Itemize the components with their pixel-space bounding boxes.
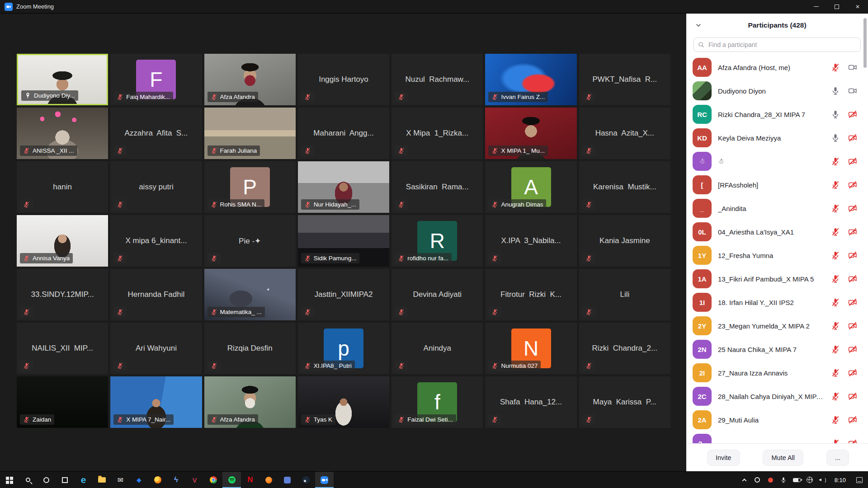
participant-tile[interactable]: aissy putri	[110, 161, 202, 213]
tray-expand-icon[interactable]	[738, 472, 751, 488]
participant-row[interactable]: 2Y 23_Megan Yumelda_X MIPA 2	[686, 314, 868, 338]
participant-tile[interactable]: A Anugrah Dimas	[485, 161, 576, 213]
participant-tile[interactable]: Pie -✦	[204, 215, 296, 267]
participant-tile[interactable]: Sidik Pamung...	[298, 215, 389, 267]
participant-row[interactable]: _ _Anindita	[686, 197, 868, 220]
tray-mic-icon[interactable]	[777, 472, 790, 488]
participant-tile[interactable]: X MIPA 1_ Mu...	[485, 108, 576, 159]
invite-button[interactable]: Invite	[707, 450, 740, 466]
participant-tile[interactable]: Nur Hidayah_...	[298, 161, 389, 213]
participant-tile[interactable]: Afza Afandra	[204, 376, 296, 428]
chrome-icon[interactable]	[204, 472, 222, 488]
participant-tile[interactable]: Anindya	[392, 323, 483, 374]
participant-tile[interactable]: Lili	[579, 269, 670, 320]
participant-tile[interactable]: Kania Jasmine	[579, 215, 670, 267]
volume-icon[interactable]	[816, 472, 830, 488]
notification-badge-icon[interactable]	[764, 472, 777, 488]
participant-row[interactable]: 1I 18. Irfan Hilal Y._XII IPS2	[686, 291, 868, 314]
cortana-button[interactable]	[37, 472, 56, 488]
battery-icon[interactable]	[790, 472, 803, 488]
participant-tile[interactable]: X Mipa 1_Rizka...	[392, 108, 483, 159]
steam-icon[interactable]	[297, 472, 315, 488]
participant-tile[interactable]: Shafa Hana_12...	[485, 376, 576, 428]
participant-tile[interactable]: f Faizal Dwi Seti...	[392, 376, 483, 428]
participant-tile[interactable]: NAILIS_XII MIP...	[17, 323, 108, 374]
tray-app-icon[interactable]	[751, 472, 764, 488]
netflix-icon[interactable]: N	[241, 472, 259, 488]
participant-tile[interactable]: p XI.IPA8_ Putri	[298, 323, 389, 374]
dropbox-icon[interactable]: ◆	[130, 472, 148, 488]
edge-icon[interactable]: e	[74, 472, 93, 488]
participant-tile[interactable]: hanin	[17, 161, 108, 213]
participant-row[interactable]: 2_	[686, 432, 868, 443]
collapse-panel-button[interactable]	[693, 20, 703, 30]
find-participant-input[interactable]	[693, 38, 861, 52]
action-center-button[interactable]	[851, 472, 868, 488]
close-button[interactable]: ✕	[847, 0, 868, 13]
participant-tile[interactable]: R rofidho nur fa...	[392, 215, 483, 267]
participant-row[interactable]: RC Rizki Chandra_28_XI MIPA 7	[686, 103, 868, 126]
participant-tile[interactable]: Maya Karissa P...	[579, 376, 670, 428]
participant-row[interactable]: KD Keyla Deiva Meziyya	[686, 126, 868, 150]
participant-tile[interactable]: X MIPA 7_Nair...	[110, 376, 202, 428]
participant-tile[interactable]: Fitrotur Rizki K...	[485, 269, 576, 320]
participant-tile[interactable]: Annisa Vanya	[17, 215, 108, 267]
participant-tile[interactable]: ANISSA _XII ...	[17, 108, 108, 159]
participant-tile[interactable]: Devina Adiyati	[392, 269, 483, 320]
taskbar-clock[interactable]: 8:10	[830, 472, 851, 488]
participant-tile[interactable]: Hasna Azita_X...	[579, 108, 670, 159]
discord-icon[interactable]	[278, 472, 297, 488]
participant-row[interactable]: 1A 13_Fikri Arif Pambudi_X MIPA 5	[686, 267, 868, 291]
participant-tile[interactable]: F Faiq Mahardik...	[110, 54, 202, 105]
minimize-button[interactable]	[806, 0, 826, 13]
spotify-icon[interactable]	[222, 472, 241, 488]
participant-tile[interactable]: Nuzul Rachmaw...	[392, 54, 483, 105]
participant-tile[interactable]: Azzahra Afita S...	[110, 108, 202, 159]
v-app-icon[interactable]: V	[185, 472, 204, 488]
mute-all-button[interactable]: Mute All	[763, 450, 803, 466]
task-view-button[interactable]	[56, 472, 74, 488]
panel-scrollbar[interactable]	[863, 18, 867, 68]
participant-tile[interactable]: 33.SINDY.12MIP...	[17, 269, 108, 320]
participant-row[interactable]: 0L 04_Ariestha La'Isya_XA1	[686, 220, 868, 244]
participant-row[interactable]: 2I 27_Naura Izza Annavis	[686, 361, 868, 385]
firefox-icon[interactable]	[148, 472, 167, 488]
more-options-button[interactable]: ...	[826, 450, 849, 466]
participant-tile[interactable]: Dudiyono Diy...	[17, 54, 108, 105]
participant-tile[interactable]: N Nurmutia 027	[485, 323, 576, 374]
participant-tile[interactable]: Hernanda Fadhil	[110, 269, 202, 320]
participant-tile[interactable]: Karenisa Mustik...	[579, 161, 670, 213]
participant-tile[interactable]: Matematika_ ...	[204, 269, 296, 320]
participant-row[interactable]: 2C 28_Nailah Cahya Diniyah_X MIPA...	[686, 385, 868, 408]
participant-row[interactable]: ☃ ☃	[686, 150, 868, 173]
participant-tile[interactable]: Farah Juliana	[204, 108, 296, 159]
participant-tile[interactable]: Ivvan Fairus Z...	[485, 54, 576, 105]
participant-row[interactable]: 1Y 12_Fresha Yumna	[686, 244, 868, 267]
maximize-button[interactable]	[826, 0, 847, 13]
search-button[interactable]	[19, 472, 37, 488]
participant-tile[interactable]: Sasikiran Rama...	[392, 161, 483, 213]
participant-row[interactable]: 2A 29_Muti Aulia	[686, 408, 868, 432]
start-button[interactable]	[0, 472, 19, 488]
participant-tile[interactable]: Inggis Hartoyo	[298, 54, 389, 105]
participant-row[interactable]: 2N 25 Naura Chika_X MIPA 7	[686, 338, 868, 361]
participant-row[interactable]: AA Afza Afandra (Host, me)	[686, 56, 868, 79]
participant-row[interactable]: [ [RFAssholeh]	[686, 173, 868, 197]
file-explorer-icon[interactable]	[93, 472, 111, 488]
zoom-app-icon[interactable]	[315, 472, 334, 488]
participant-tile[interactable]: PWKT_Nafisa R...	[579, 54, 670, 105]
participant-tile[interactable]: Zaidan	[17, 376, 108, 428]
participant-tile[interactable]: Rizki Chandra_2...	[579, 323, 670, 374]
participant-tile[interactable]: P Rohis SMA N...	[204, 161, 296, 213]
participant-tile[interactable]: Rizqia Desfin	[204, 323, 296, 374]
participant-tile[interactable]: Tyas K	[298, 376, 389, 428]
participant-tile[interactable]: Afza Afandra	[204, 54, 296, 105]
network-icon[interactable]	[803, 472, 816, 488]
participant-tile[interactable]: Ari Wahyuni	[110, 323, 202, 374]
participant-tile[interactable]: X mipa 6_kinant...	[110, 215, 202, 267]
lightning-app-icon[interactable]: ϟ	[167, 472, 185, 488]
participant-tile[interactable]: X.IPA 3_Nabila...	[485, 215, 576, 267]
mail-icon[interactable]: ✉	[111, 472, 130, 488]
participant-tile[interactable]: Jasttin_XIIMIPA2	[298, 269, 389, 320]
participant-tile[interactable]: Maharani Angg...	[298, 108, 389, 159]
